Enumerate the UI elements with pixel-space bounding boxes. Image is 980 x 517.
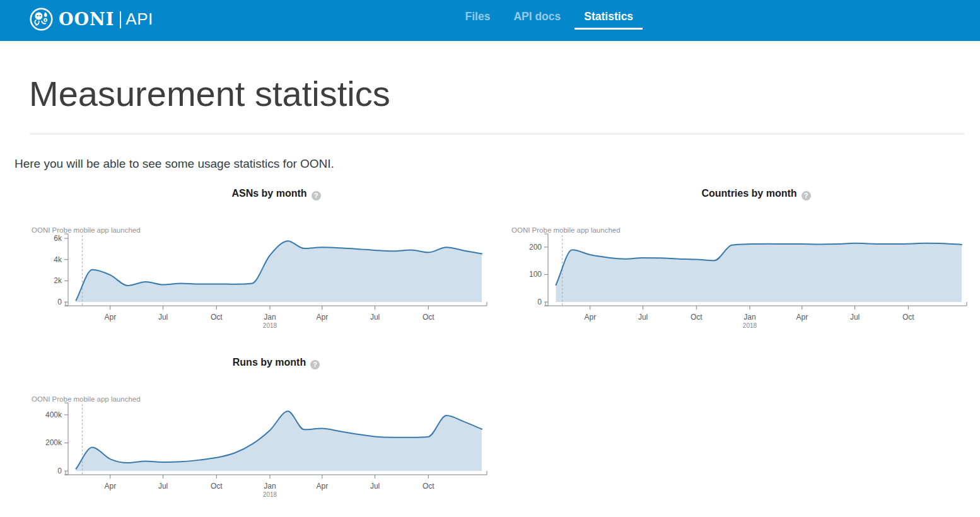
asns-chart-plot: 02k4k6kAprJulOctJan2018AprJulOctOONI Pro… bbox=[25, 223, 492, 335]
annotation-label: OONI Probe mobile app launched bbox=[32, 395, 141, 403]
x-tick-label: Jan bbox=[264, 482, 276, 491]
x-tick-label: Oct bbox=[902, 313, 914, 322]
x-tick-label: Oct bbox=[423, 313, 435, 322]
x-tick-label: Jul bbox=[370, 313, 380, 322]
x-tick-label: Oct bbox=[423, 482, 435, 491]
y-tick-label: 2k bbox=[54, 276, 62, 285]
y-tick-label: 0 bbox=[537, 298, 542, 306]
countries-chart-plot: 0100200AprJulOctJan2018AprJulOctOONI Pro… bbox=[505, 223, 972, 335]
annotation-label: OONI Probe mobile app launched bbox=[511, 226, 621, 234]
chart-title: ASNs by month? bbox=[25, 188, 492, 200]
x-tick-label: Apr bbox=[316, 313, 328, 322]
runs-chart-plot: 0200k400kAprJulOctJan2018AprJulOctOONI P… bbox=[25, 392, 492, 504]
chart-title: Countries by month? bbox=[505, 188, 972, 200]
x-tick-label: Oct bbox=[691, 313, 703, 322]
x-tick-label: Jul bbox=[370, 482, 380, 491]
area-fill bbox=[76, 241, 482, 302]
x-tick-label: Apr bbox=[584, 313, 596, 322]
brand-logo[interactable]: OONI API bbox=[29, 7, 153, 32]
y-tick-label: 0 bbox=[57, 298, 62, 306]
y-tick-label: 0 bbox=[57, 467, 62, 475]
help-icon[interactable]: ? bbox=[312, 191, 321, 200]
y-axis bbox=[544, 234, 548, 306]
y-tick-label: 4k bbox=[54, 255, 62, 264]
x-tick-sublabel: 2018 bbox=[743, 322, 757, 329]
y-tick-label: 400k bbox=[45, 410, 62, 419]
page-title: Measurement statistics bbox=[29, 73, 390, 114]
x-axis bbox=[66, 302, 487, 306]
main-nav: Files API docs Statistics bbox=[453, 0, 645, 30]
x-tick-sublabel: 2018 bbox=[263, 491, 277, 498]
ooni-octopus-icon bbox=[29, 7, 54, 32]
chart-title: Runs by month? bbox=[25, 357, 492, 369]
help-icon[interactable]: ? bbox=[310, 360, 320, 369]
chart-title-text: ASNs by month bbox=[231, 188, 306, 199]
x-axis bbox=[66, 471, 487, 475]
x-tick-label: Apr bbox=[316, 482, 328, 491]
top-navbar: OONI API Files API docs Statistics bbox=[0, 0, 980, 41]
area-fill bbox=[556, 243, 962, 302]
y-tick-label: 200 bbox=[529, 243, 542, 252]
x-tick-label: Oct bbox=[211, 313, 223, 322]
nav-item-files[interactable]: Files bbox=[456, 0, 500, 30]
x-tick-label: Jul bbox=[158, 313, 168, 322]
x-tick-label: Jan bbox=[264, 313, 276, 322]
chart-asns-by-month: ASNs by month? 02k4k6kAprJulOctJan2018Ap… bbox=[25, 182, 492, 338]
x-tick-label: Apr bbox=[104, 482, 116, 491]
brand-separator bbox=[120, 11, 121, 28]
nav-item-statistics[interactable]: Statistics bbox=[575, 0, 643, 30]
annotation-label: OONI Probe mobile app launched bbox=[32, 226, 141, 234]
x-axis bbox=[545, 302, 967, 306]
chart-title-text: Countries by month bbox=[701, 188, 796, 199]
y-tick-label: 6k bbox=[54, 234, 62, 243]
nav-item-api-docs[interactable]: API docs bbox=[504, 0, 570, 30]
intro-text: Here you will be able to see some usage … bbox=[15, 157, 334, 171]
y-tick-label: 100 bbox=[529, 270, 542, 279]
x-tick-label: Jul bbox=[850, 313, 860, 322]
x-tick-label: Oct bbox=[211, 482, 223, 491]
y-axis bbox=[64, 403, 68, 475]
x-tick-label: Jul bbox=[158, 482, 168, 491]
x-tick-label: Jul bbox=[638, 313, 648, 322]
help-icon[interactable]: ? bbox=[802, 191, 811, 200]
brand-product: API bbox=[125, 9, 153, 29]
x-tick-label: Apr bbox=[796, 313, 808, 322]
y-axis bbox=[64, 234, 68, 306]
chart-countries-by-month: Countries by month? 0100200AprJulOctJan2… bbox=[505, 182, 972, 338]
divider bbox=[30, 134, 965, 134]
x-tick-sublabel: 2018 bbox=[263, 322, 277, 329]
brand-name: OONI bbox=[59, 9, 114, 29]
chart-title-text: Runs by month bbox=[233, 357, 306, 368]
y-tick-label: 200k bbox=[45, 438, 62, 447]
chart-runs-by-month: Runs by month? 0200k400kAprJulOctJan2018… bbox=[25, 351, 492, 507]
ooni-api-statistics-page: OONI API Files API docs Statistics Measu… bbox=[0, 0, 980, 517]
x-tick-label: Apr bbox=[104, 313, 116, 322]
x-tick-label: Jan bbox=[744, 313, 755, 322]
